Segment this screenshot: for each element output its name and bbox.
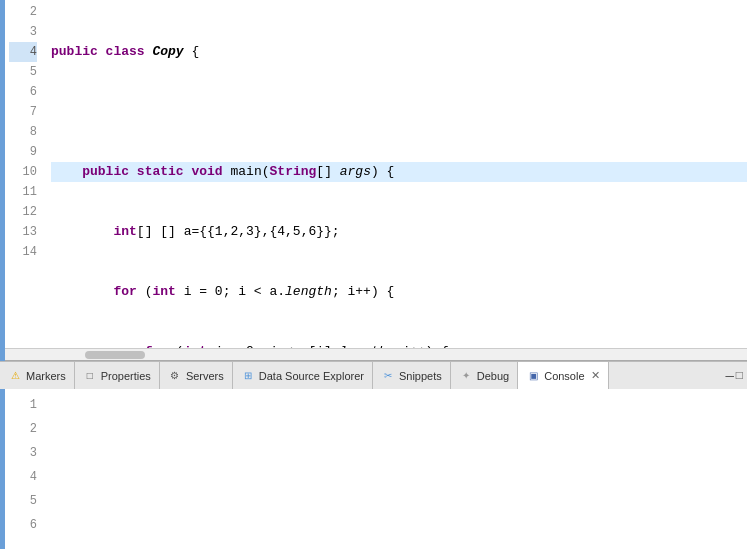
tab-bar: ⚠ Markers □ Properties ⚙ Servers ⊞ Data …	[0, 361, 747, 389]
servers-icon: ⚙	[168, 369, 182, 383]
console-output[interactable]	[45, 389, 747, 549]
console-close-icon[interactable]: ✕	[591, 369, 600, 382]
code-line-3	[51, 102, 747, 122]
tab-markers[interactable]: ⚠ Markers	[0, 362, 75, 389]
tab-snippets-label: Snippets	[399, 370, 442, 382]
tab-properties[interactable]: □ Properties	[75, 362, 160, 389]
line-num-3: 3	[9, 22, 37, 42]
tab-maximize-icon[interactable]: □	[736, 369, 743, 383]
code-editor[interactable]: 2 3 4 5 6 7 8 9 10 11 12 13 14 public cl…	[5, 0, 747, 361]
editor-wrapper: 2 3 4 5 6 7 8 9 10 11 12 13 14 public cl…	[0, 0, 747, 361]
tab-debug-label: Debug	[477, 370, 509, 382]
tab-properties-label: Properties	[101, 370, 151, 382]
datasource-icon: ⊞	[241, 369, 255, 383]
code-content[interactable]: public class Copy { public static void m…	[45, 0, 747, 348]
line-num-6: 6	[9, 82, 37, 102]
tab-servers-label: Servers	[186, 370, 224, 382]
line-num-5: 5	[9, 62, 37, 82]
console-num-1: 1	[5, 393, 37, 417]
console-panel[interactable]: 1 2 3 4 5 6	[0, 389, 747, 549]
code-container[interactable]: 2 3 4 5 6 7 8 9 10 11 12 13 14 public cl…	[5, 0, 747, 348]
console-num-3: 3	[5, 441, 37, 465]
properties-icon: □	[83, 369, 97, 383]
console-content: 1 2 3 4 5 6	[0, 389, 747, 549]
line-num-10: 10	[9, 162, 37, 182]
tab-snippets[interactable]: ✂ Snippets	[373, 362, 451, 389]
tab-datasource[interactable]: ⊞ Data Source Explorer	[233, 362, 373, 389]
code-line-2: public class Copy {	[51, 42, 747, 62]
scroll-thumb[interactable]	[85, 351, 145, 359]
line-num-14: 14	[9, 242, 37, 262]
tab-minimize-icon[interactable]: —	[725, 368, 733, 384]
tab-bar-right: — □	[725, 368, 747, 384]
line-num-11: 11	[9, 182, 37, 202]
line-num-12: 12	[9, 202, 37, 222]
line-num-8: 8	[9, 122, 37, 142]
code-line-6: for (int i = 0; i < a.length; i++) {	[51, 282, 747, 302]
code-line-5: int[] [] a={{1,2,3},{4,5,6}};	[51, 222, 747, 242]
tab-debug[interactable]: ✦ Debug	[451, 362, 518, 389]
console-num-4: 4	[5, 465, 37, 489]
line-num-7: 7	[9, 102, 37, 122]
code-line-4: public static void main(String[] args) {	[51, 162, 747, 182]
tab-servers[interactable]: ⚙ Servers	[160, 362, 233, 389]
markers-icon: ⚠	[8, 369, 22, 383]
snippets-icon: ✂	[381, 369, 395, 383]
line-num-13: 13	[9, 222, 37, 242]
line-numbers: 2 3 4 5 6 7 8 9 10 11 12 13 14	[5, 0, 45, 348]
tab-markers-label: Markers	[26, 370, 66, 382]
line-num-2: 2	[9, 2, 37, 22]
tab-console[interactable]: ▣ Console ✕	[518, 362, 608, 389]
console-num-6: 6	[5, 513, 37, 537]
console-line-numbers: 1 2 3 4 5 6	[5, 389, 45, 549]
horizontal-scrollbar[interactable]	[5, 348, 747, 360]
editor-inner: 2 3 4 5 6 7 8 9 10 11 12 13 14 public cl…	[5, 0, 747, 361]
console-icon: ▣	[526, 369, 540, 383]
tab-datasource-label: Data Source Explorer	[259, 370, 364, 382]
console-num-2: 2	[5, 417, 37, 441]
line-num-9: 9	[9, 142, 37, 162]
debug-icon: ✦	[459, 369, 473, 383]
line-num-4: 4	[9, 42, 37, 62]
console-num-5: 5	[5, 489, 37, 513]
tab-console-label: Console	[544, 370, 584, 382]
